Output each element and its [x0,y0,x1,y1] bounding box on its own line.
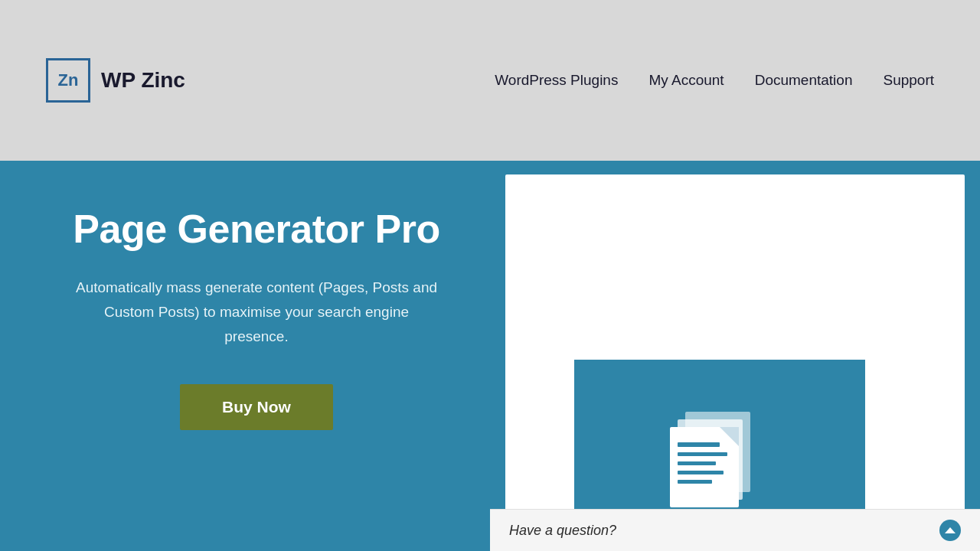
chevron-up-button[interactable] [939,520,961,541]
svg-rect-2 [670,427,739,507]
svg-rect-5 [678,461,716,465]
document-icon [670,400,769,511]
hero-section: Page Generator Pro Automatically mass ge… [0,161,980,551]
question-bar-text: Have a question? [509,523,616,539]
logo-text: WP Zinc [101,68,185,93]
nav-item-support[interactable]: Support [883,72,934,89]
hero-right: Have a question? [490,161,980,551]
buy-now-button[interactable]: Buy Now [180,384,333,430]
nav-item-my-account[interactable]: My Account [648,72,724,89]
svg-rect-4 [678,452,727,456]
site-header: Zn WP Zinc WordPress Plugins My Account … [0,0,980,161]
nav-item-documentation[interactable]: Documentation [755,72,853,89]
logo-box: Zn [46,58,90,103]
hero-left: Page Generator Pro Automatically mass ge… [0,161,490,468]
question-bar: Have a question? [490,509,980,551]
svg-rect-6 [678,471,724,474]
hero-subtitle: Automatically mass generate content (Pag… [73,276,440,350]
logo-letters: Zn [58,70,79,90]
logo-area[interactable]: Zn WP Zinc [46,58,185,103]
svg-rect-7 [678,480,712,484]
nav-item-wordpress-plugins[interactable]: WordPress Plugins [495,72,618,89]
svg-rect-3 [678,442,720,447]
hero-title: Page Generator Pro [73,207,439,253]
product-card [505,174,965,551]
main-nav: WordPress Plugins My Account Documentati… [495,72,934,89]
